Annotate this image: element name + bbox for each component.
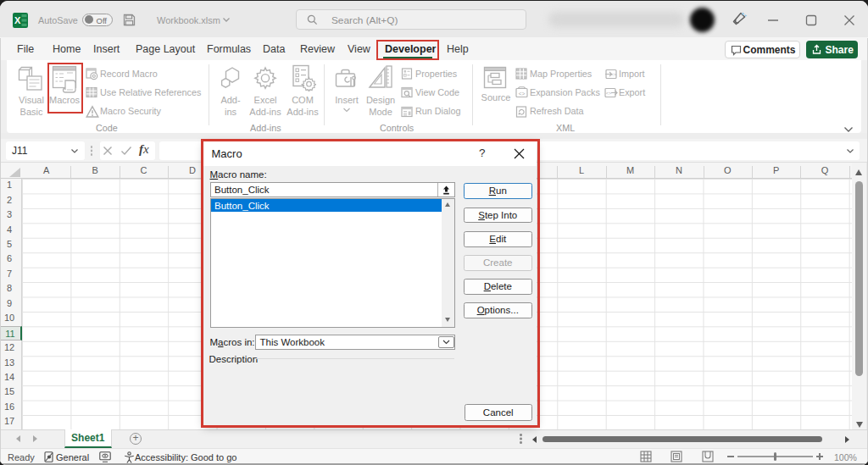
svg-text:<>: <> (606, 91, 611, 96)
svg-text:X: X (14, 15, 21, 25)
svg-text:<>: <> (611, 72, 616, 77)
svg-text:<>: <> (519, 91, 526, 97)
